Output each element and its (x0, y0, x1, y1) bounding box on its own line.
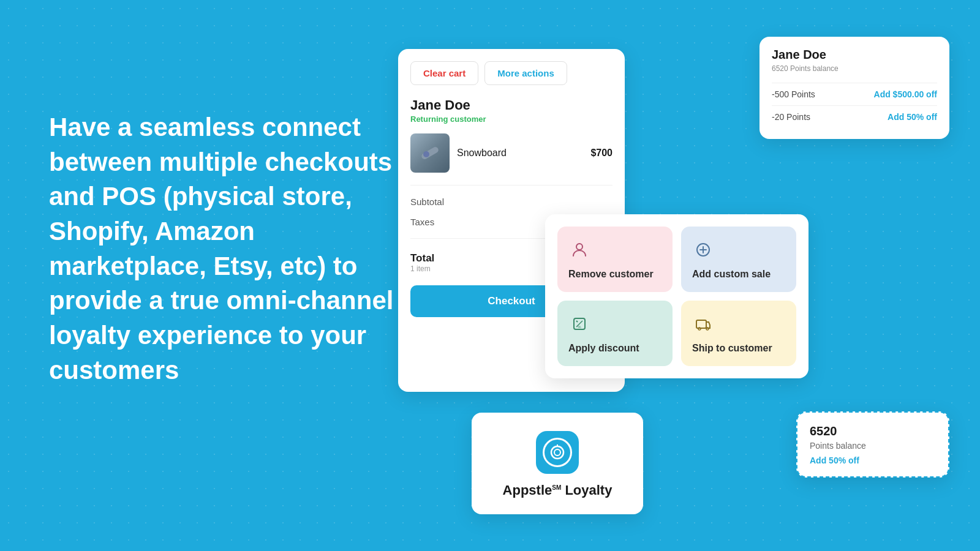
hero-text: Have a seamless connect between multiple… (49, 110, 417, 388)
customer-tag: Returning customer (410, 114, 612, 124)
svg-rect-0 (421, 146, 440, 160)
points-add-link[interactable]: Add 50% off (810, 455, 936, 465)
loyalty-row1-pts: -500 Points (772, 89, 815, 99)
product-image-inner (410, 133, 450, 173)
points-value: 6520 (810, 424, 936, 438)
appstle-icon (543, 438, 572, 467)
subtotal-label: Subtotal (410, 197, 444, 207)
more-actions-button[interactable]: More actions (484, 61, 567, 85)
points-float-card: 6520 Points balance Add 50% off (796, 411, 949, 478)
product-image (410, 133, 450, 173)
loyalty-customer-name: Jane Doe (772, 48, 937, 62)
svg-rect-10 (696, 320, 706, 328)
product-name: Snowboard (457, 148, 583, 159)
product-row: Snowboard $700 (410, 133, 612, 173)
remove-customer-label: Remove customer (568, 268, 662, 281)
svg-point-13 (551, 446, 564, 459)
loyalty-row2-pts: -20 Points (772, 112, 810, 122)
loyalty-points-sub: 6520 Points balance (772, 64, 937, 73)
add-custom-sale-icon (692, 239, 714, 261)
svg-point-14 (554, 449, 560, 455)
add-custom-sale-tile[interactable]: Add custom sale (681, 227, 796, 292)
ship-to-customer-label: Ship to customer (692, 342, 785, 355)
loyalty-top-card: Jane Doe 6520 Points balance -500 Points… (760, 37, 949, 139)
pos-header: Clear cart More actions (410, 61, 612, 85)
loyalty-row1-add[interactable]: Add $500.00 off (874, 89, 937, 99)
total-label: Total (410, 252, 434, 264)
loyalty-row2-add[interactable]: Add 50% off (888, 112, 937, 122)
actions-card: Remove customer Add custom sale % (545, 214, 809, 378)
svg-point-1 (423, 151, 429, 157)
svg-line-7 (576, 321, 578, 322)
apply-discount-tile[interactable]: % Apply discount (557, 301, 673, 366)
subtotal-row: Subtotal (410, 192, 612, 212)
loyalty-reward-row-1: -500 Points Add $500.00 off (772, 83, 937, 105)
add-custom-sale-label: Add custom sale (692, 268, 785, 281)
taxes-label: Taxes (410, 217, 434, 227)
clear-cart-button[interactable]: Clear cart (410, 61, 478, 85)
ship-to-customer-tile[interactable]: Ship to customer (681, 301, 796, 366)
customer-name: Jane Doe (410, 97, 612, 113)
svg-point-2 (576, 244, 582, 250)
hero-section: Have a seamless connect between multiple… (49, 110, 417, 388)
remove-customer-icon (568, 239, 590, 261)
ui-panels: Clear cart More actions Jane Doe Returni… (398, 37, 949, 539)
appstle-card: AppstleSM Loyalty (472, 413, 643, 514)
total-sub: 1 item (410, 264, 434, 273)
divider (410, 185, 612, 186)
loyalty-reward-row-2: -20 Points Add 50% off (772, 105, 937, 128)
ship-to-customer-icon (692, 313, 714, 335)
remove-customer-tile[interactable]: Remove customer (557, 227, 673, 292)
appstle-name: AppstleSM Loyalty (489, 482, 626, 498)
points-label: Points balance (810, 441, 936, 451)
apply-discount-icon: % (568, 313, 590, 335)
product-price: $700 (590, 148, 612, 159)
svg-text:%: % (578, 325, 581, 329)
appstle-icon-wrap (536, 431, 579, 474)
apply-discount-label: Apply discount (568, 342, 662, 355)
